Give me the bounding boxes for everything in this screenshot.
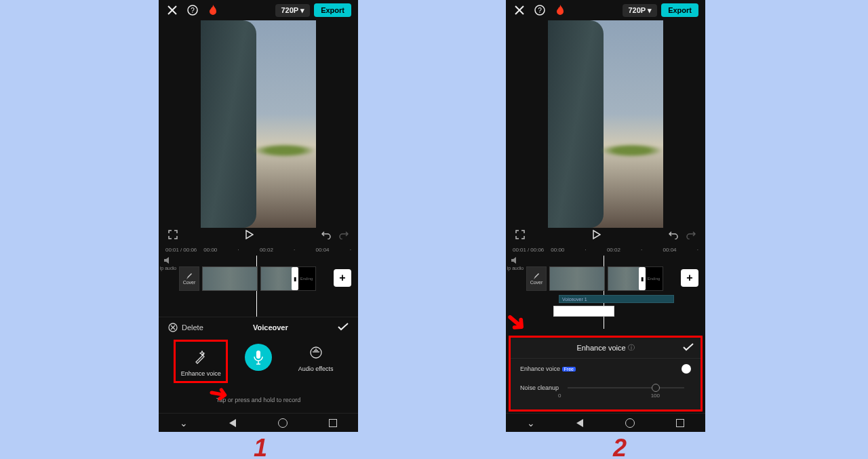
enhance-voice-button[interactable]: Enhance voice <box>174 340 228 383</box>
add-clip-button[interactable]: + <box>681 269 698 287</box>
enhance-voice-panel: Enhance voice ⓘ Enhance voice Free Noise… <box>509 336 703 412</box>
chevron-down-icon[interactable]: ⌄ <box>180 418 188 428</box>
timeline[interactable]: ip audio Cover ▮ Ending + Voiceover 1 <box>506 256 705 329</box>
voiceover-actions: Enhance voice Audio effects <box>159 337 358 395</box>
time-current: 00:01 <box>165 247 179 253</box>
time-current: 00:01 <box>513 247 526 253</box>
top-bar: ? 720P ▾ Export <box>159 0 358 20</box>
resolution-label: 720P <box>281 6 298 14</box>
enhance-voice-toggle-row: Enhance voice Free <box>511 359 701 379</box>
top-bar: ? 720P ▾ Export <box>506 0 705 20</box>
record-hint: Tap or press and hold to record <box>159 397 358 403</box>
cover-button[interactable]: Cover <box>526 266 547 291</box>
voiceover-track[interactable]: Voiceover 1 <box>559 295 674 303</box>
panel-title: Voiceover <box>253 323 288 332</box>
slider-thumb[interactable] <box>652 384 660 392</box>
ending-marker: Ending <box>644 266 663 291</box>
android-home-icon[interactable] <box>278 418 288 428</box>
add-clip-button[interactable]: + <box>334 269 351 287</box>
android-nav-bar: ⌄ <box>506 413 705 432</box>
playback-controls <box>506 228 705 244</box>
record-button[interactable] <box>231 344 285 371</box>
step-number-2: 2 <box>613 434 627 459</box>
fullscreen-icon[interactable] <box>515 230 525 242</box>
phone-screenshot-2: ? 720P ▾ Export 00:01 / <box>506 0 705 432</box>
play-icon[interactable] <box>245 230 254 242</box>
undo-icon[interactable] <box>669 230 678 242</box>
redo-icon[interactable] <box>339 230 349 242</box>
voiceover-clip[interactable] <box>553 306 614 317</box>
cover-button[interactable]: Cover <box>179 266 199 291</box>
chevron-down-icon[interactable]: ⌄ <box>527 418 535 428</box>
ending-marker: Ending <box>297 266 316 291</box>
svg-text:?: ? <box>538 7 542 14</box>
enhance-voice-toggle[interactable] <box>682 364 691 374</box>
time-total: 00:06 <box>183 247 197 253</box>
noise-cleanup-row: Noise cleanup <box>511 379 701 393</box>
video-preview[interactable] <box>506 20 705 228</box>
resolution-dropdown[interactable]: 720P ▾ <box>623 4 657 17</box>
flame-icon[interactable] <box>553 3 567 17</box>
close-icon[interactable] <box>513 3 526 17</box>
redo-icon[interactable] <box>686 230 696 242</box>
svg-text:?: ? <box>191 7 195 14</box>
enhance-voice-icon <box>192 348 210 366</box>
android-back-icon[interactable] <box>576 419 583 427</box>
undo-icon[interactable] <box>321 230 331 242</box>
noise-cleanup-slider[interactable] <box>568 387 684 388</box>
android-nav-bar: ⌄ <box>159 413 358 432</box>
export-button[interactable]: Export <box>661 3 698 17</box>
export-button[interactable]: Export <box>314 3 351 17</box>
time-readout: 00:01 / 00:06 00:00 · 00:02 · 00:04 · <box>159 244 358 256</box>
android-recent-icon[interactable] <box>676 419 684 427</box>
android-back-icon[interactable] <box>229 419 236 427</box>
video-clip[interactable]: ▮ <box>260 266 297 291</box>
time-total: 00:06 <box>530 247 544 253</box>
phone-screenshot-1: ? 720P ▾ Export 00:01 / <box>159 0 358 432</box>
chevron-down-icon: ▾ <box>300 6 304 15</box>
delete-button[interactable]: Delete <box>168 323 203 332</box>
annotation-arrow-icon: ➜ <box>207 380 231 410</box>
audio-effects-icon <box>307 344 325 361</box>
video-clip[interactable] <box>549 266 605 291</box>
video-clip[interactable]: ▮ <box>608 266 644 291</box>
panel-title: Enhance voice <box>576 344 625 352</box>
mic-icon <box>245 344 272 371</box>
chevron-down-icon: ▾ <box>648 6 652 15</box>
play-icon[interactable] <box>593 230 601 242</box>
help-icon[interactable]: ? <box>186 3 199 17</box>
timeline[interactable]: ip audio Cover ▮ Ending + <box>159 256 358 317</box>
svg-rect-3 <box>256 351 260 359</box>
video-preview[interactable] <box>159 20 358 228</box>
clip-handle[interactable]: ▮ <box>292 267 298 290</box>
clip-handle[interactable]: ▮ <box>639 267 646 290</box>
step-number-1: 1 <box>254 434 267 459</box>
fullscreen-icon[interactable] <box>168 230 178 242</box>
confirm-icon[interactable] <box>683 343 694 353</box>
free-badge: Free <box>562 367 576 372</box>
time-readout: 00:01 / 00:06 00:00 · 00:02 · 00:04 · <box>506 244 705 256</box>
help-icon[interactable]: ? <box>533 3 547 17</box>
close-icon[interactable] <box>165 3 179 17</box>
resolution-label: 720P <box>628 6 646 14</box>
playback-controls <box>159 228 358 244</box>
resolution-dropdown[interactable]: 720P ▾ <box>275 4 310 17</box>
video-frame <box>201 20 316 228</box>
android-recent-icon[interactable] <box>329 419 337 427</box>
video-frame <box>548 20 663 228</box>
flame-icon[interactable] <box>206 3 220 17</box>
android-home-icon[interactable] <box>625 418 635 428</box>
info-icon[interactable]: ⓘ <box>628 343 635 353</box>
video-clip[interactable] <box>202 266 258 291</box>
voiceover-panel-header: Delete Voiceover <box>159 317 358 337</box>
audio-effects-button[interactable]: Audio effects <box>289 344 343 372</box>
confirm-icon[interactable] <box>338 323 349 332</box>
